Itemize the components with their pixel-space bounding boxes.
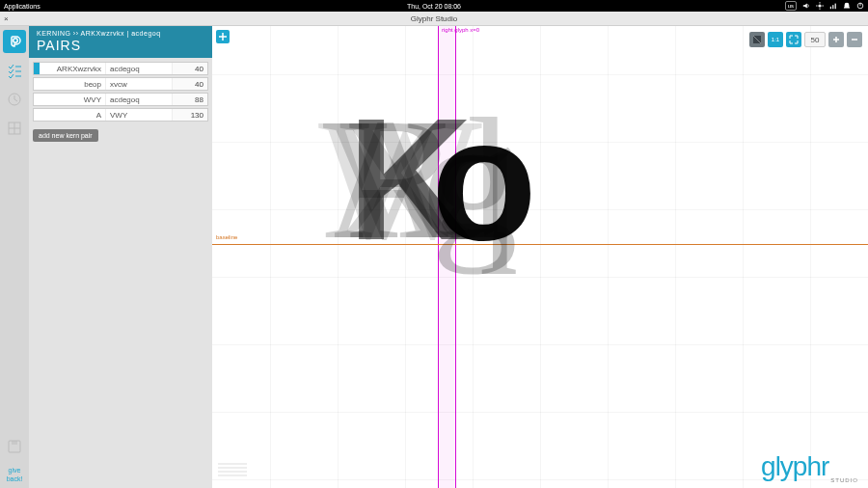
nav-checklist-icon[interactable] (3, 59, 26, 82)
panel-header: KERNING ›› ARKXwzrvkx | acdegoq PAIRS (29, 26, 212, 58)
svg-rect-7 (835, 4, 836, 10)
kern-pair-row[interactable]: ARKXwzrvkx acdegoq 40 (33, 62, 208, 75)
network-icon[interactable] (829, 2, 837, 10)
os-top-bar: Applications Thu, Oct 20 08:06 us (0, 0, 868, 12)
kern-value[interactable]: 88 (173, 94, 207, 105)
kern-pair-row[interactable]: A VWY 130 (33, 108, 208, 122)
zoom-fit-button[interactable] (786, 32, 801, 47)
view-toolbar: 1:1 50 (749, 32, 862, 47)
baseline-guide (212, 244, 868, 245)
left-glyph-V: V (321, 93, 447, 266)
kern-value[interactable]: 40 (173, 78, 207, 90)
left-glyph-K: K (347, 93, 473, 266)
notifications-icon[interactable] (843, 2, 851, 10)
kern-right-group: VWY (106, 109, 173, 121)
panel-title: PAIRS (37, 38, 204, 53)
breadcrumb[interactable]: KERNING ›› ARKXwzrvkx | acdegoq (37, 30, 204, 37)
svg-rect-19 (12, 441, 17, 445)
kern-value[interactable]: 40 (173, 63, 207, 74)
zoom-percent-field[interactable]: 50 (804, 32, 826, 47)
right-glyph-o: o (431, 93, 537, 266)
glyph-canvas[interactable]: right glyph x=0 baseline W V A X R K d g… (212, 26, 868, 488)
nav-main-logo[interactable] (3, 30, 26, 53)
add-kern-pair-button[interactable]: add new kern pair (33, 129, 98, 142)
canvas-stamp (218, 460, 247, 479)
kern-value[interactable]: 130 (173, 109, 207, 121)
left-glyph-R: R (344, 93, 460, 266)
zoom-in-button[interactable] (828, 32, 844, 47)
side-panel: KERNING ›› ARKXwzrvkx | acdegoq PAIRS AR… (29, 26, 212, 488)
zoom-out-button[interactable] (847, 32, 862, 47)
zoom-1to1-button[interactable]: 1:1 (768, 32, 783, 47)
give-back-link[interactable]: give back! (7, 466, 23, 488)
brand-sub: STUDIO (830, 477, 858, 483)
nav-history-icon[interactable] (3, 88, 26, 111)
kern-pair-row[interactable]: beop xvcw 40 (33, 77, 208, 91)
kern-pair-row[interactable]: WVY acdegoq 88 (33, 93, 208, 106)
kern-gap-strip (438, 26, 455, 488)
brand-name: glyphr (761, 451, 828, 481)
nav-guides-icon[interactable] (3, 117, 26, 140)
kern-right-group: acdegoq (106, 94, 173, 105)
left-nav-rail: give back! (0, 26, 29, 488)
kern-left-group: ARKXwzrvkx (40, 63, 106, 74)
kern-left-group: A (40, 109, 106, 121)
svg-point-10 (14, 39, 17, 42)
window-title: Glyphr Studio (0, 14, 868, 23)
kern-right-group: acdegoq (106, 63, 173, 74)
brand-logo: glyphrSTUDIO (761, 451, 858, 483)
kern-left-group: WVY (40, 94, 106, 105)
svg-point-0 (818, 4, 821, 7)
svg-rect-6 (832, 5, 833, 9)
right-glyph-g: g (431, 93, 518, 266)
toggle-dark-button[interactable] (749, 32, 765, 47)
applications-menu[interactable]: Applications (4, 3, 41, 10)
kern-pairs-table: ARKXwzrvkx acdegoq 40 beop xvcw 40 WVY a… (33, 62, 208, 122)
canvas-grid (212, 26, 868, 488)
baseline-label: baseline (216, 234, 237, 240)
kern-right-edge-guide[interactable] (455, 26, 456, 488)
brightness-icon[interactable] (816, 2, 824, 10)
glyph-preview: W V A X R K d g q o (212, 26, 868, 488)
kern-left-edge-guide[interactable] (438, 26, 439, 488)
nav-save-icon[interactable] (3, 435, 26, 458)
window-close-button[interactable]: × (4, 14, 9, 23)
left-glyph-W: W (318, 93, 482, 266)
os-clock: Thu, Oct 20 08:06 (0, 3, 868, 10)
volume-icon[interactable] (802, 2, 810, 10)
svg-rect-5 (830, 7, 831, 9)
left-glyph-A: A (324, 93, 449, 266)
kern-left-group: beop (40, 78, 106, 90)
kern-right-group: xvcw (106, 78, 173, 90)
canvas-tool-button[interactable] (216, 30, 230, 43)
power-icon[interactable] (856, 2, 864, 10)
right-glyph-origin-label: right glyph x=0 (442, 27, 479, 33)
right-glyph-q: q (432, 93, 519, 266)
window-titlebar: × Glyphr Studio (0, 12, 868, 26)
keyboard-layout-indicator[interactable]: us (785, 1, 797, 11)
svg-text:1:1: 1:1 (772, 37, 780, 42)
right-glyph-d: d (422, 93, 509, 266)
